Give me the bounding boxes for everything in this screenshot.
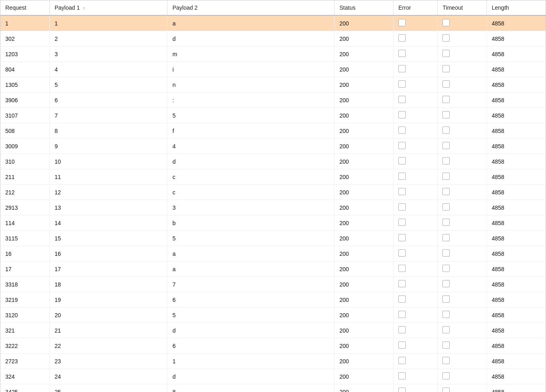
table-row[interactable]: 13055n2004858	[0, 77, 546, 93]
table-cell-error[interactable]	[394, 338, 438, 354]
table-row[interactable]: 3009942004858	[0, 139, 546, 154]
table-cell-error[interactable]	[394, 384, 438, 392]
checkbox-error[interactable]	[398, 219, 406, 226]
table-cell-timeout[interactable]	[438, 46, 487, 62]
table-cell-error[interactable]	[394, 354, 438, 369]
table-cell-timeout[interactable]	[438, 77, 487, 93]
table-cell-error[interactable]	[394, 308, 438, 323]
checkbox-timeout[interactable]	[442, 249, 450, 257]
table-cell-error[interactable]	[394, 261, 438, 277]
checkbox-error[interactable]	[398, 111, 406, 118]
table-cell-timeout[interactable]	[438, 108, 487, 123]
checkbox-error[interactable]	[398, 280, 406, 287]
table-cell-error[interactable]	[394, 369, 438, 384]
checkbox-error[interactable]	[398, 372, 406, 379]
checkbox-error[interactable]	[398, 326, 406, 333]
checkbox-timeout[interactable]	[442, 65, 450, 72]
col-header-payload1[interactable]: Payload 1 ↑	[49, 0, 167, 15]
table-cell-timeout[interactable]	[438, 169, 487, 185]
checkbox-timeout[interactable]	[442, 234, 450, 241]
table-row[interactable]: 31010d2004858	[0, 154, 546, 169]
table-cell-error[interactable]	[394, 200, 438, 215]
table-cell-error[interactable]	[394, 277, 438, 292]
table-cell-timeout[interactable]	[438, 369, 487, 384]
col-header-status[interactable]: Status	[334, 0, 394, 15]
table-row[interactable]: 5088f2004858	[0, 123, 546, 139]
table-cell-error[interactable]	[394, 77, 438, 93]
table-row[interactable]: 12033m2004858	[0, 46, 546, 62]
table-row[interactable]: 32121d2004858	[0, 323, 546, 338]
checkbox-error[interactable]	[398, 249, 406, 257]
table-cell-timeout[interactable]	[438, 292, 487, 308]
table-row[interactable]: 21111c2004858	[0, 169, 546, 185]
table-cell-error[interactable]	[394, 185, 438, 200]
checkbox-timeout[interactable]	[442, 126, 450, 134]
checkbox-error[interactable]	[398, 203, 406, 211]
checkbox-timeout[interactable]	[442, 372, 450, 379]
table-row[interactable]: 3107752004858	[0, 108, 546, 123]
table-cell-error[interactable]	[394, 292, 438, 308]
checkbox-timeout[interactable]	[442, 311, 450, 318]
table-row[interactable]: 31202052004858	[0, 308, 546, 323]
checkbox-timeout[interactable]	[442, 142, 450, 149]
table-cell-error[interactable]	[394, 123, 438, 139]
table-cell-timeout[interactable]	[438, 31, 487, 46]
table-row[interactable]: 34252582004858	[0, 384, 546, 392]
checkbox-timeout[interactable]	[442, 280, 450, 287]
table-cell-timeout[interactable]	[438, 154, 487, 169]
table-cell-timeout[interactable]	[438, 384, 487, 392]
table-cell-error[interactable]	[394, 46, 438, 62]
table-cell-error[interactable]	[394, 15, 438, 31]
table-cell-error[interactable]	[394, 323, 438, 338]
col-header-timeout[interactable]: Timeout	[438, 0, 487, 15]
checkbox-error[interactable]	[398, 19, 406, 26]
table-cell-timeout[interactable]	[438, 261, 487, 277]
table-cell-error[interactable]	[394, 215, 438, 231]
checkbox-timeout[interactable]	[442, 265, 450, 272]
table-cell-timeout[interactable]	[438, 308, 487, 323]
checkbox-error[interactable]	[398, 65, 406, 72]
checkbox-timeout[interactable]	[442, 357, 450, 364]
table-cell-timeout[interactable]	[438, 123, 487, 139]
checkbox-timeout[interactable]	[442, 295, 450, 303]
table-cell-error[interactable]	[394, 139, 438, 154]
table-row[interactable]: 32424d2004858	[0, 369, 546, 384]
table-cell-timeout[interactable]	[438, 338, 487, 354]
checkbox-timeout[interactable]	[442, 219, 450, 226]
col-header-error[interactable]: Error	[394, 0, 438, 15]
checkbox-timeout[interactable]	[442, 326, 450, 333]
checkbox-error[interactable]	[398, 157, 406, 164]
table-row[interactable]: 1717a2004858	[0, 261, 546, 277]
checkbox-error[interactable]	[398, 388, 406, 392]
table-cell-error[interactable]	[394, 108, 438, 123]
table-cell-error[interactable]	[394, 231, 438, 246]
checkbox-error[interactable]	[398, 126, 406, 134]
checkbox-timeout[interactable]	[442, 157, 450, 164]
table-row[interactable]: 11a2004858	[0, 15, 546, 31]
checkbox-error[interactable]	[398, 96, 406, 103]
table-row[interactable]: 39066:2004858	[0, 93, 546, 108]
checkbox-error[interactable]	[398, 188, 406, 195]
checkbox-timeout[interactable]	[442, 203, 450, 211]
table-row[interactable]: 27232312004858	[0, 354, 546, 369]
table-row[interactable]: 8044i2004858	[0, 62, 546, 77]
table-row[interactable]: 3022d2004858	[0, 31, 546, 46]
checkbox-error[interactable]	[398, 311, 406, 318]
table-row[interactable]: 32222262004858	[0, 338, 546, 354]
checkbox-timeout[interactable]	[442, 96, 450, 103]
table-cell-error[interactable]	[394, 62, 438, 77]
table-cell-timeout[interactable]	[438, 15, 487, 31]
table-cell-timeout[interactable]	[438, 93, 487, 108]
table-cell-error[interactable]	[394, 31, 438, 46]
table-row[interactable]: 11414b2004858	[0, 215, 546, 231]
table-cell-error[interactable]	[394, 169, 438, 185]
checkbox-error[interactable]	[398, 265, 406, 272]
table-cell-timeout[interactable]	[438, 246, 487, 261]
table-cell-error[interactable]	[394, 246, 438, 261]
checkbox-error[interactable]	[398, 234, 406, 241]
checkbox-timeout[interactable]	[442, 19, 450, 26]
table-cell-timeout[interactable]	[438, 62, 487, 77]
checkbox-error[interactable]	[398, 142, 406, 149]
table-cell-timeout[interactable]	[438, 231, 487, 246]
table-cell-timeout[interactable]	[438, 354, 487, 369]
